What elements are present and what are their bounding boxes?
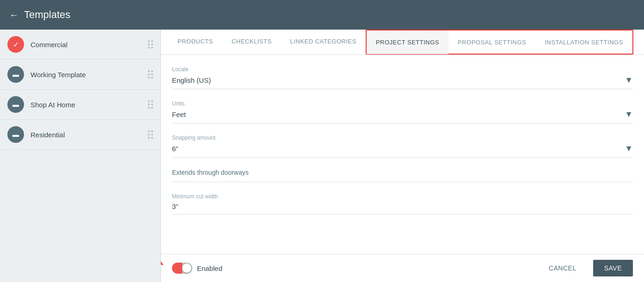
app-header: ← Templates bbox=[0, 0, 644, 30]
tab-checklists[interactable]: CHECKLISTS bbox=[222, 30, 281, 55]
extends-doorways-label: Extends through doorways bbox=[172, 169, 633, 182]
units-label: Units bbox=[172, 100, 633, 107]
tab-linked-categories[interactable]: LINKED CATEGORIES bbox=[281, 30, 366, 55]
enabled-toggle-wrapper: Enabled bbox=[172, 263, 222, 274]
drag-handle bbox=[148, 70, 153, 79]
shop-at-home-icon: ▬ bbox=[7, 96, 24, 113]
units-dropdown-arrow[interactable]: ▼ bbox=[625, 110, 633, 119]
toggle-knob bbox=[182, 264, 191, 273]
arrow-indicator bbox=[161, 244, 172, 274]
enabled-toggle[interactable] bbox=[172, 263, 192, 274]
snapping-value: 6" bbox=[172, 145, 178, 153]
enabled-label: Enabled bbox=[197, 264, 222, 272]
sidebar-item-residential[interactable]: ▬ Residential bbox=[0, 120, 160, 150]
residential-icon: ▬ bbox=[7, 126, 24, 143]
units-value: Feet bbox=[172, 110, 186, 118]
units-field: Units Feet ▼ bbox=[172, 100, 633, 123]
tab-proposal-settings[interactable]: PROPOSAL SETTINGS bbox=[448, 31, 535, 54]
sidebar-item-label: Shop At Home bbox=[31, 101, 148, 109]
locale-label: Locale bbox=[172, 66, 633, 73]
main-layout: ✓ Commercial ▬ Working Template ▬ bbox=[0, 30, 644, 282]
drag-handle bbox=[148, 130, 153, 139]
units-select[interactable]: Feet ▼ bbox=[172, 110, 633, 123]
sidebar: ✓ Commercial ▬ Working Template ▬ bbox=[0, 30, 161, 282]
footer-buttons: CANCEL SAVE bbox=[538, 260, 633, 276]
drag-handle bbox=[148, 100, 153, 109]
cancel-button[interactable]: CANCEL bbox=[538, 260, 588, 276]
locale-field: Locale English (US) ▼ bbox=[172, 66, 633, 89]
page-title: Templates bbox=[24, 9, 70, 21]
commercial-icon: ✓ bbox=[7, 36, 24, 53]
tab-products[interactable]: PRODUCTS bbox=[168, 30, 222, 55]
footer-left: Enabled bbox=[172, 263, 222, 274]
snapping-label: Snapping amount bbox=[172, 135, 633, 141]
sidebar-item-shop-at-home[interactable]: ▬ Shop At Home bbox=[0, 90, 160, 120]
tab-project-settings[interactable]: PROJECT SETTINGS bbox=[367, 31, 448, 54]
locale-value: English (US) bbox=[172, 76, 211, 84]
sidebar-item-label: Residential bbox=[31, 131, 148, 139]
drag-handle bbox=[148, 40, 153, 49]
min-cut-value: 3" bbox=[172, 202, 178, 210]
content-area: PRODUCTS CHECKLISTS LINKED CATEGORIES PR… bbox=[161, 30, 644, 282]
content-body: Locale English (US) ▼ Units Feet ▼ Snapp… bbox=[161, 55, 644, 254]
content-footer: Enabled CANCEL SAVE bbox=[161, 254, 644, 282]
snapping-dropdown-arrow[interactable]: ▼ bbox=[625, 144, 633, 153]
snapping-field: Snapping amount 6" ▼ bbox=[172, 135, 633, 158]
locale-select[interactable]: English (US) ▼ bbox=[172, 75, 633, 89]
locale-dropdown-arrow[interactable]: ▼ bbox=[625, 75, 633, 85]
min-cut-label: Minimum cut width bbox=[172, 193, 633, 200]
snapping-select[interactable]: 6" ▼ bbox=[172, 144, 633, 158]
sidebar-item-label: Working Template bbox=[31, 71, 148, 79]
back-button[interactable]: ← bbox=[9, 10, 18, 20]
sidebar-item-label: Commercial bbox=[31, 41, 148, 49]
working-template-icon: ▬ bbox=[7, 66, 24, 83]
min-cut-value-row: 3" bbox=[172, 202, 633, 215]
tab-installation-settings[interactable]: INSTALLATION SETTINGS bbox=[535, 31, 632, 54]
min-cut-field: Minimum cut width 3" bbox=[172, 193, 633, 215]
save-button[interactable]: SAVE bbox=[593, 260, 633, 276]
sidebar-item-working-template[interactable]: ▬ Working Template bbox=[0, 60, 160, 90]
tabs-bar: PRODUCTS CHECKLISTS LINKED CATEGORIES PR… bbox=[161, 30, 644, 55]
sidebar-item-commercial[interactable]: ✓ Commercial bbox=[0, 30, 160, 60]
highlighted-tabs: PROJECT SETTINGS PROPOSAL SETTINGS INSTA… bbox=[366, 30, 633, 55]
